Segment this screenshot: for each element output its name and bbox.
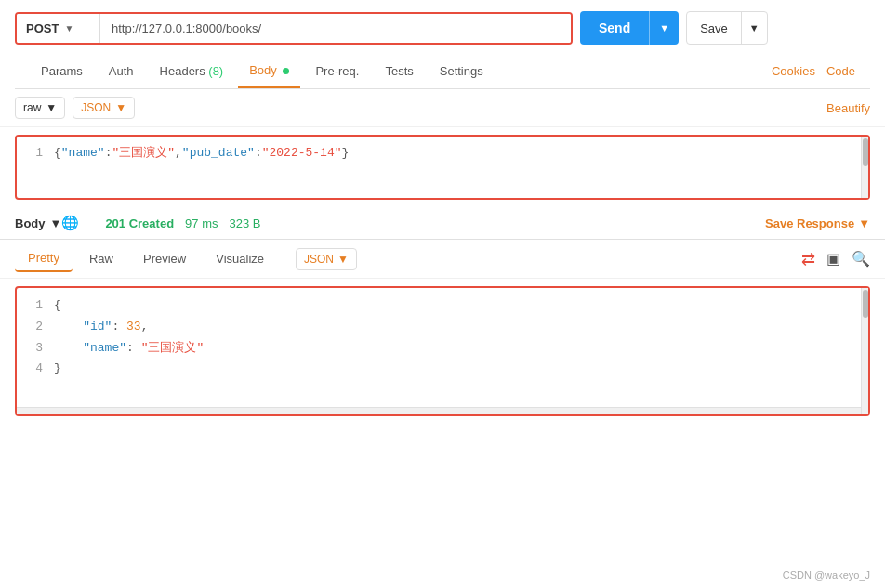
save-arrow-icon: ▼ xyxy=(742,15,767,41)
code-line-1: 1 {"name":"三国演义","pub_date":"2022-5-14"} xyxy=(17,144,868,163)
status-code: 201 Created xyxy=(105,216,174,230)
response-format-select[interactable]: JSON ▼ xyxy=(296,248,357,270)
resp-line-2: 2 "id": 33, xyxy=(17,317,868,338)
format-raw-label: raw xyxy=(23,101,41,114)
response-body: 1 { 2 "id": 33, 3 "name": "三国演义" xyxy=(15,286,870,416)
resp-tab-visualize[interactable]: Visualize xyxy=(203,246,277,271)
response-body-text: Body xyxy=(15,216,46,230)
headers-count: (8) xyxy=(208,64,223,78)
beautify-button[interactable]: Beautify xyxy=(826,101,870,115)
resp-line-num-1: 1 xyxy=(17,296,54,316)
tab-headers[interactable]: Headers (8) xyxy=(149,55,235,87)
response-body-label[interactable]: Body ▼ xyxy=(15,216,61,230)
save-response-chevron: ▼ xyxy=(858,216,870,230)
response-header: Body ▼ 🌐 201 Created 97 ms 323 B Save Re… xyxy=(0,207,885,240)
tab-auth[interactable]: Auth xyxy=(98,55,145,87)
watermark: CSDN @wakeyo_J xyxy=(783,569,870,581)
send-label: Send xyxy=(580,13,649,43)
tab-tests[interactable]: Tests xyxy=(374,55,424,87)
code-link[interactable]: Code xyxy=(826,64,855,78)
line-content-1: {"name":"三国演义","pub_date":"2022-5-14"} xyxy=(54,144,868,163)
response-scrollbar-v[interactable] xyxy=(861,288,868,414)
tab-settings[interactable]: Settings xyxy=(429,55,495,87)
request-tabs: Params Auth Headers (8) Body Pre-req. Te… xyxy=(15,54,870,89)
resp-line-content-1: { xyxy=(54,296,868,316)
response-scrollbar-h[interactable] xyxy=(17,407,861,414)
resp-line-content-4: } xyxy=(54,359,868,379)
resp-tab-preview[interactable]: Preview xyxy=(130,246,199,271)
format-json-select[interactable]: JSON ▼ xyxy=(73,97,135,119)
resp-line-num-3: 3 xyxy=(17,339,54,359)
resp-tab-pretty[interactable]: Pretty xyxy=(15,245,73,272)
format-json-chevron: ▼ xyxy=(115,101,126,114)
save-response-label: Save Response xyxy=(765,216,854,230)
response-tabs: Pretty Raw Preview Visualize JSON ▼ ⇄ ▣ xyxy=(0,240,885,279)
scrollbar-thumb xyxy=(863,138,868,166)
globe-icon: 🌐 xyxy=(61,215,79,231)
wrap-icon[interactable]: ⇄ xyxy=(801,249,815,269)
response-scrollbar-thumb xyxy=(863,290,868,318)
save-response-button[interactable]: Save Response ▼ xyxy=(765,216,870,230)
top-bar: POST ▼ Send ▼ Save ▼ Params xyxy=(0,0,885,89)
save-button[interactable]: Save ▼ xyxy=(686,11,768,45)
send-arrow-icon: ▼ xyxy=(650,15,679,41)
method-label: POST xyxy=(26,21,59,35)
format-raw-chevron: ▼ xyxy=(46,101,57,114)
response-format-label: JSON xyxy=(304,253,334,266)
tabs-right: Cookies Code xyxy=(772,64,855,78)
send-button[interactable]: Send ▼ xyxy=(580,11,679,45)
tab-body[interactable]: Body xyxy=(238,54,300,88)
response-icons: ⇄ ▣ 🔍 xyxy=(801,249,870,269)
response-body-chevron: ▼ xyxy=(50,216,62,230)
resp-tab-raw[interactable]: Raw xyxy=(76,246,126,271)
save-label: Save xyxy=(687,14,741,43)
editor-scrollbar[interactable] xyxy=(861,137,868,198)
format-raw-select[interactable]: raw ▼ xyxy=(15,97,65,119)
main-container: POST ▼ Send ▼ Save ▼ Params xyxy=(0,0,885,588)
tab-params[interactable]: Params xyxy=(30,55,94,87)
response-body-content: 1 { 2 "id": 33, 3 "name": "三国演义" xyxy=(17,288,868,387)
body-dot-icon xyxy=(283,68,289,74)
cookies-link[interactable]: Cookies xyxy=(772,64,815,78)
resp-line-4: 4 } xyxy=(17,359,868,380)
resp-line-3: 3 "name": "三国演义" xyxy=(17,338,868,359)
resp-line-num-4: 4 xyxy=(17,359,54,379)
response-time: 97 ms xyxy=(185,216,218,230)
request-body-editor[interactable]: 1 {"name":"三国演义","pub_date":"2022-5-14"} xyxy=(15,135,870,200)
resp-line-1: 1 { xyxy=(17,295,868,317)
request-url-box: POST ▼ xyxy=(15,12,573,45)
chevron-down-icon: ▼ xyxy=(64,23,73,33)
line-number-1: 1 xyxy=(17,144,54,163)
resp-line-content-2: "id": 33, xyxy=(54,318,868,337)
response-size: 323 B xyxy=(230,216,261,230)
response-section: Body ▼ 🌐 201 Created 97 ms 323 B Save Re… xyxy=(0,207,885,416)
format-json-label: JSON xyxy=(81,101,111,114)
resp-line-num-2: 2 xyxy=(17,318,54,337)
copy-icon[interactable]: ▣ xyxy=(826,250,840,268)
request-row: POST ▼ Send ▼ Save ▼ xyxy=(15,11,870,45)
tab-prereq[interactable]: Pre-req. xyxy=(304,55,370,87)
url-input[interactable] xyxy=(100,14,571,43)
resp-line-content-3: "name": "三国演义" xyxy=(54,339,868,359)
format-row: raw ▼ JSON ▼ Beautify xyxy=(0,89,885,127)
method-select[interactable]: POST ▼ xyxy=(17,14,100,43)
response-status: 201 Created 97 ms 323 B xyxy=(105,216,260,230)
response-format-chevron: ▼ xyxy=(337,253,349,266)
search-icon[interactable]: 🔍 xyxy=(852,250,870,268)
